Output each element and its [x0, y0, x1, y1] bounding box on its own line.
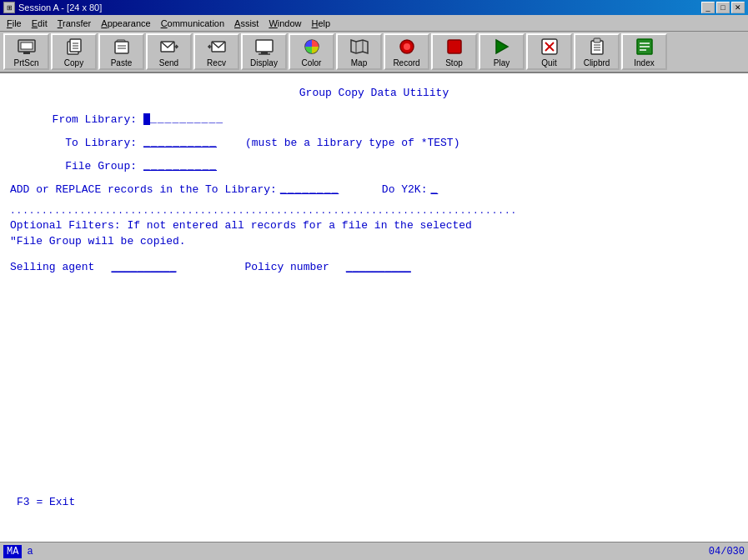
- svg-rect-25: [448, 40, 461, 53]
- window-controls: _ □ ✕: [701, 2, 745, 13]
- svg-rect-31: [594, 38, 600, 42]
- record-label: Record: [393, 58, 419, 68]
- play-icon: [492, 37, 512, 57]
- optional-filters-line2: "File Group will be copied.: [10, 235, 738, 248]
- svg-marker-26: [496, 40, 508, 53]
- window-icon: ⊞: [3, 2, 15, 13]
- file-group-field[interactable]: __________: [143, 159, 235, 172]
- menu-file[interactable]: File: [2, 17, 27, 30]
- y2k-label: Do Y2K:: [382, 183, 428, 196]
- policy-number-field[interactable]: __________: [346, 261, 438, 273]
- recv-button[interactable]: Recv: [193, 33, 239, 70]
- display-label: Display: [250, 58, 278, 68]
- copy-button[interactable]: Copy: [51, 33, 97, 70]
- policy-number-label: Policy number: [244, 261, 329, 273]
- prtscn-icon: [17, 37, 37, 57]
- selling-agent-field[interactable]: __________: [111, 261, 203, 273]
- window-title: Session A - [24 x 80]: [18, 2, 102, 12]
- clipbrd-button[interactable]: Clipbrd: [574, 33, 620, 70]
- close-button[interactable]: ✕: [731, 2, 745, 13]
- status-bar: MA a 04/030: [0, 542, 748, 560]
- svg-rect-9: [115, 42, 128, 53]
- svg-rect-1: [21, 42, 33, 49]
- to-library-note: (must be a library type of *TEST): [245, 137, 459, 149]
- menu-assist[interactable]: Assist: [229, 17, 264, 30]
- quit-icon: [540, 37, 560, 57]
- color-label: Color: [302, 58, 322, 68]
- from-library-field[interactable]: __________: [143, 112, 235, 126]
- stop-icon: [444, 37, 464, 57]
- optional-filters-line1: Optional Filters: If not entered all rec…: [10, 219, 738, 232]
- index-icon: [635, 37, 655, 57]
- stop-button[interactable]: Stop: [431, 33, 477, 70]
- color-icon: [302, 37, 322, 57]
- quit-label: Quit: [541, 58, 556, 68]
- from-library-label: From Library:: [10, 113, 143, 126]
- map-button[interactable]: Map: [336, 33, 382, 70]
- minimize-button[interactable]: _: [701, 2, 715, 13]
- add-replace-field[interactable]: ________: [280, 182, 372, 196]
- selling-agent-label: Selling agent: [10, 261, 94, 273]
- add-replace-label: ADD or REPLACE records in the To Library…: [10, 183, 277, 196]
- status-a: a: [22, 545, 38, 558]
- play-button[interactable]: Play: [479, 33, 525, 70]
- svg-point-24: [404, 43, 410, 50]
- dotted-divider: ........................................…: [10, 206, 738, 216]
- from-library-row: From Library: __________: [10, 112, 738, 126]
- stop-label: Stop: [445, 58, 463, 68]
- display-icon: [254, 37, 274, 57]
- svg-rect-2: [23, 52, 30, 54]
- menu-edit[interactable]: Edit: [27, 17, 53, 30]
- status-ma: MA: [3, 545, 22, 558]
- color-button[interactable]: Color: [289, 33, 334, 70]
- index-button[interactable]: Index: [621, 33, 667, 70]
- paste-icon: [112, 37, 132, 57]
- to-library-label: To Library:: [10, 137, 143, 149]
- menu-help[interactable]: Help: [307, 17, 336, 30]
- menu-communication[interactable]: Communication: [156, 17, 229, 30]
- send-icon: [159, 37, 179, 57]
- terminal-area: Group Copy Data Utility From Library: __…: [0, 73, 748, 542]
- copy-icon: [64, 37, 84, 57]
- display-button[interactable]: Display: [241, 33, 287, 70]
- menu-window[interactable]: Window: [264, 17, 306, 30]
- map-icon: [349, 37, 369, 57]
- status-position: 04/030: [709, 546, 745, 558]
- title-bar: ⊞ Session A - [24 x 80] _ □ ✕: [0, 0, 748, 15]
- paste-button[interactable]: Paste: [98, 33, 144, 70]
- y2k-field[interactable]: _: [430, 182, 444, 196]
- menu-appearance[interactable]: Appearance: [96, 17, 155, 30]
- map-label: Map: [351, 58, 367, 68]
- toolbar: PrtScn Copy Paste: [0, 32, 748, 73]
- file-group-row: File Group: __________: [10, 159, 738, 172]
- to-library-field[interactable]: __________: [143, 136, 235, 149]
- paste-label: Paste: [111, 58, 133, 68]
- menu-bar: File Edit Transfer Appearance Communicat…: [0, 15, 748, 32]
- send-button[interactable]: Send: [146, 33, 192, 70]
- add-replace-row: ADD or REPLACE records in the To Library…: [10, 182, 738, 196]
- menu-transfer[interactable]: Transfer: [53, 17, 97, 30]
- recv-icon: [207, 37, 227, 57]
- file-group-label: File Group:: [10, 160, 143, 172]
- record-icon: [397, 37, 417, 57]
- copy-label: Copy: [64, 58, 83, 68]
- quit-button[interactable]: Quit: [526, 33, 572, 70]
- svg-rect-16: [256, 40, 273, 52]
- to-library-row: To Library: __________ (must be a librar…: [10, 136, 738, 149]
- recv-label: Recv: [207, 58, 226, 68]
- prtscn-label: PrtScn: [13, 58, 38, 68]
- exit-text: F3 = Exit: [17, 496, 75, 508]
- svg-marker-20: [351, 40, 368, 53]
- record-button[interactable]: Record: [384, 33, 429, 70]
- clipbrd-label: Clipbrd: [584, 58, 610, 68]
- send-label: Send: [159, 58, 178, 68]
- agent-policy-row: Selling agent __________ Policy number _…: [10, 261, 738, 273]
- cursor: [143, 113, 150, 125]
- terminal-title: Group Copy Data Utility: [10, 87, 738, 99]
- index-label: Index: [634, 58, 654, 68]
- clipbrd-icon: [587, 37, 607, 57]
- prtscn-button[interactable]: PrtScn: [3, 33, 49, 70]
- play-label: Play: [494, 58, 510, 68]
- maximize-button[interactable]: □: [716, 2, 730, 13]
